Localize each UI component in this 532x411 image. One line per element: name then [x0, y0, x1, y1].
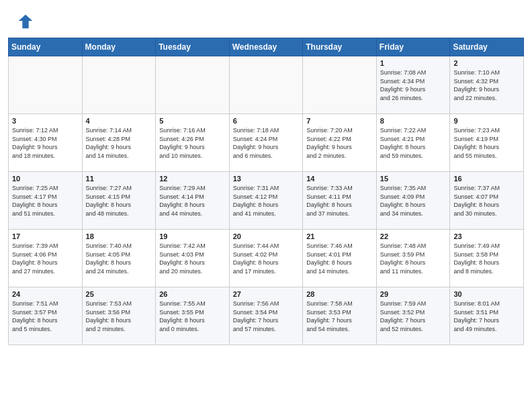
- calendar-cell: 11Sunrise: 7:27 AMSunset: 4:15 PMDayligh…: [82, 172, 156, 230]
- day-number: 26: [159, 290, 226, 298]
- day-info: Sunrise: 7:51 AMSunset: 3:57 PMDaylight:…: [12, 300, 79, 333]
- day-info: Sunrise: 7:25 AMSunset: 4:17 PMDaylight:…: [12, 184, 79, 218]
- day-info: Sunrise: 7:35 AMSunset: 4:09 PMDaylight:…: [380, 184, 447, 218]
- calendar-cell: 17Sunrise: 7:39 AMSunset: 4:06 PMDayligh…: [9, 230, 83, 287]
- day-number: 27: [233, 290, 300, 298]
- day-number: 18: [86, 232, 152, 240]
- weekday-header-saturday: Saturday: [450, 38, 524, 56]
- day-number: 14: [306, 175, 373, 183]
- day-number: 7: [306, 117, 373, 125]
- weekday-header-tuesday: Tuesday: [156, 38, 230, 56]
- calendar-wrapper: SundayMondayTuesdayWednesdayThursdayFrid…: [0, 38, 532, 353]
- calendar-cell: 15Sunrise: 7:35 AMSunset: 4:09 PMDayligh…: [376, 172, 450, 230]
- calendar-cell: 21Sunrise: 7:46 AMSunset: 4:01 PMDayligh…: [303, 230, 377, 287]
- calendar-cell: 26Sunrise: 7:55 AMSunset: 3:55 PMDayligh…: [156, 287, 230, 345]
- calendar-cell: 23Sunrise: 7:49 AMSunset: 3:58 PMDayligh…: [450, 230, 524, 287]
- calendar-cell: 9Sunrise: 7:23 AMSunset: 4:19 PMDaylight…: [450, 114, 524, 172]
- calendar-cell: 5Sunrise: 7:16 AMSunset: 4:26 PMDaylight…: [156, 114, 230, 172]
- day-info: Sunrise: 7:46 AMSunset: 4:01 PMDaylight:…: [306, 242, 373, 275]
- day-info: Sunrise: 8:01 AMSunset: 3:51 PMDaylight:…: [453, 300, 520, 333]
- calendar-cell: 22Sunrise: 7:48 AMSunset: 3:59 PMDayligh…: [376, 230, 450, 287]
- day-info: Sunrise: 7:29 AMSunset: 4:14 PMDaylight:…: [159, 184, 226, 218]
- day-info: Sunrise: 7:58 AMSunset: 3:53 PMDaylight:…: [306, 300, 373, 333]
- calendar-cell: 30Sunrise: 8:01 AMSunset: 3:51 PMDayligh…: [450, 287, 524, 345]
- day-info: Sunrise: 7:14 AMSunset: 4:28 PMDaylight:…: [86, 126, 152, 160]
- day-number: 3: [12, 117, 79, 125]
- week-row-4: 24Sunrise: 7:51 AMSunset: 3:57 PMDayligh…: [9, 287, 524, 345]
- weekday-header-sunday: Sunday: [9, 38, 83, 56]
- day-info: Sunrise: 7:08 AMSunset: 4:34 PMDaylight:…: [380, 68, 447, 102]
- calendar-cell: 13Sunrise: 7:31 AMSunset: 4:12 PMDayligh…: [229, 172, 303, 230]
- day-number: 12: [159, 175, 226, 183]
- day-number: 23: [453, 232, 520, 240]
- day-number: 22: [380, 232, 447, 240]
- calendar-cell: 19Sunrise: 7:42 AMSunset: 4:03 PMDayligh…: [156, 230, 230, 287]
- calendar-cell: 27Sunrise: 7:56 AMSunset: 3:54 PMDayligh…: [229, 287, 303, 345]
- calendar-cell: [82, 56, 156, 114]
- day-number: 25: [86, 290, 152, 298]
- calendar-table: SundayMondayTuesdayWednesdayThursdayFrid…: [8, 38, 524, 345]
- calendar-cell: 16Sunrise: 7:37 AMSunset: 4:07 PMDayligh…: [450, 172, 524, 230]
- day-number: 6: [233, 117, 300, 125]
- day-info: Sunrise: 7:53 AMSunset: 3:56 PMDaylight:…: [86, 300, 152, 333]
- calendar-cell: 18Sunrise: 7:40 AMSunset: 4:05 PMDayligh…: [82, 230, 156, 287]
- calendar-cell: 12Sunrise: 7:29 AMSunset: 4:14 PMDayligh…: [156, 172, 230, 230]
- day-info: Sunrise: 7:22 AMSunset: 4:21 PMDaylight:…: [380, 126, 447, 160]
- day-info: Sunrise: 7:55 AMSunset: 3:55 PMDaylight:…: [159, 300, 226, 333]
- day-number: 19: [159, 232, 226, 240]
- day-number: 17: [12, 232, 79, 240]
- day-number: 30: [453, 290, 520, 298]
- day-number: 29: [380, 290, 447, 298]
- week-row-2: 10Sunrise: 7:25 AMSunset: 4:17 PMDayligh…: [9, 172, 524, 230]
- day-number: 20: [233, 232, 300, 240]
- day-info: Sunrise: 7:56 AMSunset: 3:54 PMDaylight:…: [233, 300, 300, 333]
- logo-icon: [16, 12, 35, 31]
- calendar-cell: 6Sunrise: 7:18 AMSunset: 4:24 PMDaylight…: [229, 114, 303, 172]
- calendar-cell: 7Sunrise: 7:20 AMSunset: 4:22 PMDaylight…: [303, 114, 377, 172]
- day-number: 10: [12, 175, 79, 183]
- calendar-cell: 3Sunrise: 7:12 AMSunset: 4:30 PMDaylight…: [9, 114, 83, 172]
- week-row-1: 3Sunrise: 7:12 AMSunset: 4:30 PMDaylight…: [9, 114, 524, 172]
- day-number: 1: [380, 59, 447, 67]
- day-number: 16: [453, 175, 520, 183]
- svg-marker-0: [19, 15, 33, 29]
- day-number: 4: [86, 117, 152, 125]
- calendar-cell: 2Sunrise: 7:10 AMSunset: 4:32 PMDaylight…: [450, 56, 524, 114]
- calendar-cell: 28Sunrise: 7:58 AMSunset: 3:53 PMDayligh…: [303, 287, 377, 345]
- day-number: 24: [12, 290, 79, 298]
- day-info: Sunrise: 7:48 AMSunset: 3:59 PMDaylight:…: [380, 242, 447, 275]
- calendar-cell: 20Sunrise: 7:44 AMSunset: 4:02 PMDayligh…: [229, 230, 303, 287]
- day-info: Sunrise: 7:12 AMSunset: 4:30 PMDaylight:…: [12, 126, 79, 160]
- calendar-cell: [156, 56, 230, 114]
- day-info: Sunrise: 7:18 AMSunset: 4:24 PMDaylight:…: [233, 126, 300, 160]
- day-info: Sunrise: 7:33 AMSunset: 4:11 PMDaylight:…: [306, 184, 373, 218]
- day-info: Sunrise: 7:37 AMSunset: 4:07 PMDaylight:…: [453, 184, 520, 218]
- calendar-cell: 25Sunrise: 7:53 AMSunset: 3:56 PMDayligh…: [82, 287, 156, 345]
- day-number: 13: [233, 175, 300, 183]
- day-number: 9: [453, 117, 520, 125]
- day-number: 11: [86, 175, 152, 183]
- calendar-cell: 8Sunrise: 7:22 AMSunset: 4:21 PMDaylight…: [376, 114, 450, 172]
- day-number: 28: [306, 290, 373, 298]
- calendar-cell: [9, 56, 83, 114]
- weekday-header-wednesday: Wednesday: [229, 38, 303, 56]
- weekday-header-monday: Monday: [82, 38, 156, 56]
- day-number: 2: [453, 59, 520, 67]
- day-info: Sunrise: 7:44 AMSunset: 4:02 PMDaylight:…: [233, 242, 300, 275]
- day-info: Sunrise: 7:20 AMSunset: 4:22 PMDaylight:…: [306, 126, 373, 160]
- day-number: 21: [306, 232, 373, 240]
- calendar-cell: [229, 56, 303, 114]
- day-number: 5: [159, 117, 226, 125]
- calendar-cell: 10Sunrise: 7:25 AMSunset: 4:17 PMDayligh…: [9, 172, 83, 230]
- calendar-cell: 1Sunrise: 7:08 AMSunset: 4:34 PMDaylight…: [376, 56, 450, 114]
- page-header: [0, 0, 532, 38]
- calendar-cell: 29Sunrise: 7:59 AMSunset: 3:52 PMDayligh…: [376, 287, 450, 345]
- day-number: 8: [380, 117, 447, 125]
- day-info: Sunrise: 7:10 AMSunset: 4:32 PMDaylight:…: [453, 68, 520, 102]
- week-row-0: 1Sunrise: 7:08 AMSunset: 4:34 PMDaylight…: [9, 56, 524, 114]
- day-info: Sunrise: 7:16 AMSunset: 4:26 PMDaylight:…: [159, 126, 226, 160]
- day-info: Sunrise: 7:42 AMSunset: 4:03 PMDaylight:…: [159, 242, 226, 275]
- weekday-header-thursday: Thursday: [303, 38, 377, 56]
- calendar-cell: 24Sunrise: 7:51 AMSunset: 3:57 PMDayligh…: [9, 287, 83, 345]
- weekday-header-friday: Friday: [376, 38, 450, 56]
